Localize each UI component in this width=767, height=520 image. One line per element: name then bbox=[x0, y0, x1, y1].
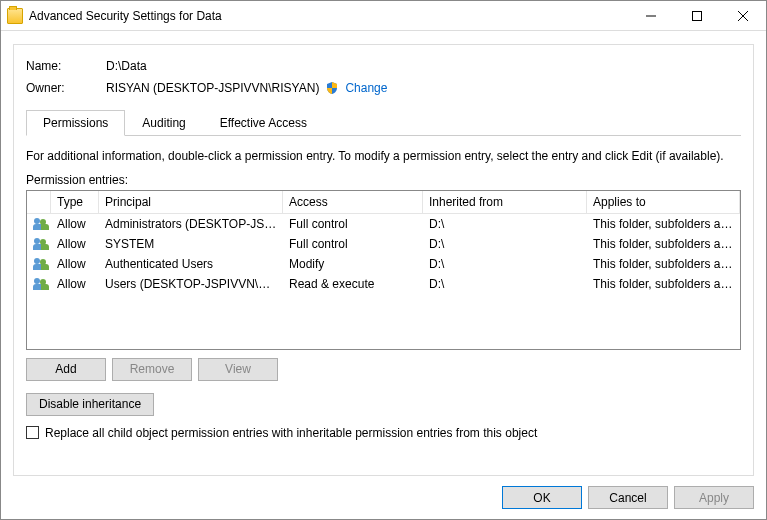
entry-type: Allow bbox=[51, 255, 99, 273]
owner-label: Owner: bbox=[26, 81, 106, 95]
description-text: For additional information, double-click… bbox=[26, 148, 741, 165]
entry-inherited: D:\ bbox=[423, 215, 587, 233]
remove-button[interactable]: Remove bbox=[112, 358, 192, 381]
tab-bar: Permissions Auditing Effective Access bbox=[26, 109, 741, 136]
maximize-button[interactable] bbox=[674, 1, 720, 31]
column-principal[interactable]: Principal bbox=[99, 191, 283, 213]
entry-applies: This folder, subfolders and files bbox=[587, 255, 740, 273]
principal-icon bbox=[27, 216, 51, 232]
column-icon bbox=[27, 191, 51, 213]
permission-entries-label: Permission entries: bbox=[26, 173, 741, 187]
entry-inherited: D:\ bbox=[423, 255, 587, 273]
permission-entry-row[interactable]: AllowUsers (DESKTOP-JSPIVVN\Use...Read &… bbox=[27, 274, 740, 294]
name-row: Name: D:\Data bbox=[26, 55, 741, 77]
entry-applies: This folder, subfolders and files bbox=[587, 275, 740, 293]
column-access[interactable]: Access bbox=[283, 191, 423, 213]
column-applies[interactable]: Applies to bbox=[587, 191, 740, 213]
folder-icon bbox=[7, 8, 23, 24]
owner-value: RISYAN (DESKTOP-JSPIVVN\RISYAN) bbox=[106, 81, 319, 95]
tab-permissions[interactable]: Permissions bbox=[26, 110, 125, 136]
tab-effective-access[interactable]: Effective Access bbox=[203, 110, 324, 136]
entry-applies: This folder, subfolders and files bbox=[587, 235, 740, 253]
replace-checkbox[interactable] bbox=[26, 426, 39, 439]
permission-entry-row[interactable]: AllowAuthenticated UsersModifyD:\This fo… bbox=[27, 254, 740, 274]
window-title: Advanced Security Settings for Data bbox=[29, 9, 628, 23]
minimize-button[interactable] bbox=[628, 1, 674, 31]
column-type[interactable]: Type bbox=[51, 191, 99, 213]
entry-inherited: D:\ bbox=[423, 235, 587, 253]
principal-icon bbox=[27, 236, 51, 252]
svg-rect-1 bbox=[693, 11, 702, 20]
permission-entry-row[interactable]: AllowAdministrators (DESKTOP-JSPI...Full… bbox=[27, 214, 740, 234]
principal-icon bbox=[27, 256, 51, 272]
entry-type: Allow bbox=[51, 215, 99, 233]
name-label: Name: bbox=[26, 59, 106, 73]
add-button[interactable]: Add bbox=[26, 358, 106, 381]
cancel-button[interactable]: Cancel bbox=[588, 486, 668, 509]
view-button[interactable]: View bbox=[198, 358, 278, 381]
apply-button[interactable]: Apply bbox=[674, 486, 754, 509]
close-button[interactable] bbox=[720, 1, 766, 31]
replace-checkbox-label: Replace all child object permission entr… bbox=[45, 426, 537, 440]
dialog-button-row: OK Cancel Apply bbox=[13, 486, 754, 509]
owner-row: Owner: RISYAN (DESKTOP-JSPIVVN\RISYAN) C… bbox=[26, 77, 741, 99]
list-header[interactable]: Type Principal Access Inherited from App… bbox=[27, 191, 740, 214]
change-owner-link[interactable]: Change bbox=[345, 81, 387, 95]
security-settings-window: Advanced Security Settings for Data Name… bbox=[0, 0, 767, 520]
entry-applies: This folder, subfolders and files bbox=[587, 215, 740, 233]
entry-principal: SYSTEM bbox=[99, 235, 283, 253]
disable-inheritance-button[interactable]: Disable inheritance bbox=[26, 393, 154, 416]
entry-principal: Users (DESKTOP-JSPIVVN\Use... bbox=[99, 275, 283, 293]
entry-inherited: D:\ bbox=[423, 275, 587, 293]
entry-access: Full control bbox=[283, 235, 423, 253]
entries-button-row: Add Remove View bbox=[26, 358, 741, 381]
titlebar[interactable]: Advanced Security Settings for Data bbox=[1, 1, 766, 31]
content-area: Name: D:\Data Owner: RISYAN (DESKTOP-JSP… bbox=[1, 31, 766, 519]
tab-auditing[interactable]: Auditing bbox=[125, 110, 202, 136]
replace-checkbox-row[interactable]: Replace all child object permission entr… bbox=[26, 426, 741, 440]
entry-access: Read & execute bbox=[283, 275, 423, 293]
entry-access: Modify bbox=[283, 255, 423, 273]
principal-icon bbox=[27, 276, 51, 292]
entry-principal: Administrators (DESKTOP-JSPI... bbox=[99, 215, 283, 233]
entry-type: Allow bbox=[51, 235, 99, 253]
entry-principal: Authenticated Users bbox=[99, 255, 283, 273]
name-value: D:\Data bbox=[106, 59, 147, 73]
permission-entry-row[interactable]: AllowSYSTEMFull controlD:\This folder, s… bbox=[27, 234, 740, 254]
entry-access: Full control bbox=[283, 215, 423, 233]
ok-button[interactable]: OK bbox=[502, 486, 582, 509]
permission-entries-list[interactable]: Type Principal Access Inherited from App… bbox=[26, 190, 741, 350]
column-inherited[interactable]: Inherited from bbox=[423, 191, 587, 213]
entry-type: Allow bbox=[51, 275, 99, 293]
inner-frame: Name: D:\Data Owner: RISYAN (DESKTOP-JSP… bbox=[13, 44, 754, 476]
shield-icon bbox=[325, 81, 339, 95]
